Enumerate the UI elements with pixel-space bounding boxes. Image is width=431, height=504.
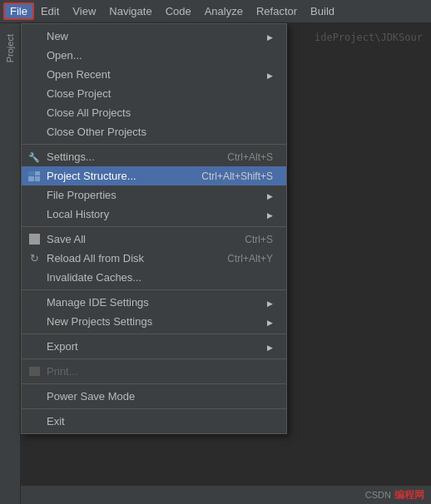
menu-item-open-recent[interactable]: Open Recent [22, 65, 286, 84]
save-icon [29, 234, 40, 245]
export-arrow-icon [259, 342, 273, 352]
save-all-icon [27, 234, 42, 245]
menu-item-exit-label: Exit [47, 415, 65, 427]
new-arrow-icon [259, 32, 273, 42]
status-bar-text: CSDN [365, 490, 391, 500]
menu-item-local-history-label: Local History [47, 208, 109, 220]
menu-item-save-all[interactable]: Save All Ctrl+S [22, 230, 286, 249]
menu-item-project-structure[interactable]: Project Structure... Ctrl+Alt+Shift+S [22, 166, 286, 185]
save-all-shortcut: Ctrl+S [220, 234, 273, 245]
menu-item-manage-ide-settings[interactable]: Manage IDE Settings [22, 293, 286, 312]
menu-item-close-other-projects[interactable]: Close Other Projects [22, 122, 286, 141]
menu-item-print-label: Print... [47, 365, 78, 378]
menu-item-new-label: New [47, 30, 68, 42]
wrench-icon [28, 151, 40, 163]
menu-item-new-projects-settings-label: New Projects Settings [47, 315, 152, 328]
file-properties-arrow-icon [259, 190, 273, 200]
menu-item-file-properties-label: File Properties [47, 189, 116, 201]
menu-item-file-properties[interactable]: File Properties [22, 185, 286, 205]
menu-item-reload-disk-label: Reload All from Disk [47, 252, 144, 264]
separator-1 [22, 144, 286, 145]
ide-main: Project ideProject\JDKSour New Open... O… [0, 23, 431, 504]
menu-bar-edit[interactable]: Edit [34, 2, 66, 20]
menu-item-export-label: Export [47, 340, 78, 353]
sidebar: Project [0, 23, 21, 504]
menu-bar-analyze[interactable]: Analyze [198, 2, 250, 20]
new-projects-arrow-icon [259, 317, 273, 327]
status-bar: CSDN 编程网 [21, 486, 431, 504]
menu-item-project-structure-label: Project Structure... [47, 170, 136, 182]
separator-5 [22, 358, 286, 359]
menu-item-close-other-projects-label: Close Other Projects [47, 126, 146, 138]
settings-icon [27, 151, 42, 163]
print-icon [29, 367, 40, 376]
separator-7 [22, 408, 286, 409]
reload-disk-shortcut: Ctrl+Alt+Y [202, 253, 273, 264]
editor-bg-text: ideProject\JDKSour [315, 32, 423, 43]
menu-item-local-history[interactable]: Local History [22, 205, 286, 224]
menu-bar-refactor[interactable]: Refactor [250, 2, 304, 20]
local-history-arrow-icon [259, 210, 273, 220]
open-recent-arrow-icon [259, 70, 273, 80]
file-dropdown-menu: New Open... Open Recent Close Project [21, 23, 287, 434]
menu-item-open-label: Open... [47, 49, 82, 62]
menu-item-save-all-label: Save All [47, 233, 86, 245]
print-icon-area [27, 367, 42, 376]
structure-icon [28, 171, 40, 181]
menu-bar-view[interactable]: View [66, 2, 102, 20]
menu-item-close-project-label: Close Project [47, 87, 111, 100]
menu-item-settings[interactable]: Settings... Ctrl+Alt+S [22, 147, 286, 166]
reload-icon [30, 252, 39, 264]
settings-shortcut: Ctrl+Alt+S [202, 151, 273, 163]
menu-item-new-projects-settings[interactable]: New Projects Settings [22, 312, 286, 331]
menu-item-manage-ide-settings-label: Manage IDE Settings [47, 296, 149, 309]
manage-ide-arrow-icon [259, 298, 273, 308]
menu-bar-code[interactable]: Code [159, 2, 198, 20]
menu-item-close-all-projects-label: Close All Projects [47, 106, 131, 119]
menu-item-invalidate-caches-label: Invalidate Caches... [47, 271, 141, 284]
menu-item-exit[interactable]: Exit [22, 412, 286, 431]
menu-bar-navigate[interactable]: Navigate [102, 2, 158, 20]
menu-item-close-project[interactable]: Close Project [22, 84, 286, 103]
menu-bar-build[interactable]: Build [304, 2, 341, 20]
menu-item-open-recent-label: Open Recent [47, 68, 111, 81]
separator-2 [22, 226, 286, 227]
content-area: ideProject\JDKSour New Open... Open Rece… [21, 23, 431, 504]
sidebar-tab-project[interactable]: Project [2, 27, 18, 69]
menu-item-reload-disk[interactable]: Reload All from Disk Ctrl+Alt+Y [22, 249, 286, 268]
menu-item-export[interactable]: Export [22, 337, 286, 356]
menu-item-invalidate-caches[interactable]: Invalidate Caches... [22, 268, 286, 287]
menu-bar-file[interactable]: File [3, 2, 34, 20]
menu-item-settings-label: Settings... [47, 151, 95, 163]
menu-item-close-all-projects[interactable]: Close All Projects [22, 103, 286, 122]
project-structure-shortcut: Ctrl+Alt+Shift+S [176, 170, 273, 182]
menu-item-power-save[interactable]: Power Save Mode [22, 387, 286, 406]
separator-4 [22, 334, 286, 334]
project-structure-icon-area [27, 171, 42, 181]
menu-item-new[interactable]: New [22, 27, 286, 46]
separator-6 [22, 383, 286, 384]
reload-disk-icon-area [27, 252, 42, 264]
csdn-logo: 编程网 [394, 488, 424, 502]
menu-bar: File Edit View Navigate Code Analyze Ref… [0, 0, 431, 23]
menu-item-open[interactable]: Open... [22, 46, 286, 65]
menu-item-print[interactable]: Print... [22, 362, 286, 381]
separator-3 [22, 289, 286, 290]
menu-item-power-save-label: Power Save Mode [47, 390, 135, 403]
